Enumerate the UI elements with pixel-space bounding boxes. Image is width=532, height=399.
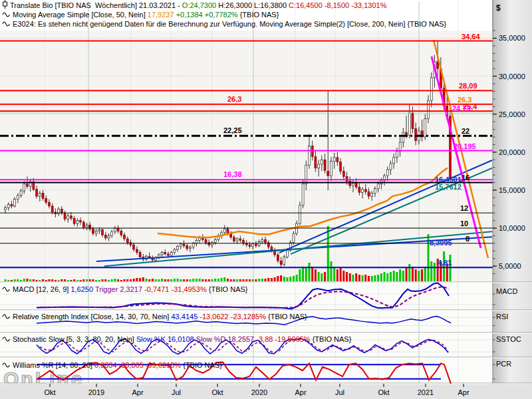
candle-body [305, 165, 307, 184]
candle-body [39, 193, 41, 196]
macd-panel-header[interactable]: MACD [12, 26, 9] 1,6250 Trigger 2,3217 -… [2, 285, 247, 294]
price-tick-label: 35,0000 [499, 34, 525, 42]
header-text: Translate Bio [TBIO NAS Wöchentlich] 21.… [10, 1, 182, 10]
volume-bar [374, 275, 376, 281]
candle-body [374, 189, 376, 194]
volume-bar [95, 280, 97, 281]
volume-bar [393, 271, 395, 281]
wave-icon [2, 285, 11, 294]
candle-body [352, 184, 354, 186]
candle-body [223, 229, 225, 233]
candle-body [358, 187, 360, 192]
volume-bar [199, 279, 201, 281]
volume-bar [7, 280, 9, 281]
candle-body [368, 192, 370, 196]
candle-body [402, 132, 404, 142]
volume-bar [311, 267, 313, 281]
sstoc-k-value: Slow %K 16,0108 [136, 334, 194, 344]
volume-bar [192, 279, 194, 281]
rsi-panel-header[interactable]: Relative Strength Index [Close, 14, 30, … [2, 312, 307, 321]
instrument-header[interactable]: Translate Bio [TBIO NAS Wöchentlich] 21.… [2, 1, 386, 10]
price-tick-label: 15,0000 [499, 186, 525, 194]
candle-body [283, 257, 285, 264]
volume-bar [324, 272, 326, 281]
price-tick-label: 5,0000 [499, 262, 521, 270]
volume-bar [277, 276, 279, 281]
time-tick-label: 2020 [251, 388, 267, 396]
volume-bar [236, 279, 238, 281]
ma200-header[interactable]: E3024: Es stehen nicht genügend Daten fü… [2, 19, 446, 29]
volume-bar [80, 280, 82, 281]
wave-icon [2, 19, 11, 29]
volume-bar [406, 268, 408, 281]
sstoc-change: -3,88 -19,5065% [254, 334, 310, 344]
time-tick-label: Apr [458, 388, 469, 396]
volume-bar [183, 279, 185, 281]
candle-body [333, 158, 335, 162]
volume-bar [5, 279, 7, 281]
candle-body [243, 240, 245, 243]
volume-bar [261, 279, 263, 281]
candle-body [208, 243, 210, 245]
price-tick-label: 10,0000 [499, 224, 525, 232]
candle-body [36, 190, 38, 196]
level-label: 20,195 [454, 142, 476, 150]
ma50-header[interactable]: Moving Average Simple [Close, 50, Nein] … [2, 10, 279, 19]
volume-bar [76, 280, 78, 281]
candle-body [192, 243, 194, 247]
pcr-panel-header[interactable]: Williams %R [14, 80, 20] 0,3834 -38,805 … [2, 360, 222, 370]
candle-body [95, 231, 97, 233]
candle-body [64, 213, 66, 219]
volume-bar [318, 272, 320, 281]
rsi-symbol: {TBIO NAS} [266, 312, 307, 321]
candle-body [108, 235, 110, 237]
close-change-values: C:16,4500 -8,1500 -33,1301% [289, 1, 386, 10]
candle-body [67, 216, 69, 219]
sstoc-axis-label: SSTOC [496, 335, 521, 343]
candle-body [428, 100, 430, 118]
candle-body [336, 158, 338, 162]
volume-bar [377, 275, 379, 281]
time-tick-label: 2021 [418, 388, 434, 396]
volume-bar [346, 272, 348, 281]
volume-bar [39, 280, 41, 281]
sstoc-panel-header[interactable]: Stochastic Slow [5, 3, 3, 80, 20, Nein] … [2, 334, 351, 344]
candle-body [170, 253, 172, 256]
wave-icon [2, 334, 11, 344]
volume-bar [146, 279, 148, 281]
candlestick-icon [2, 0, 8, 11]
time-tick-label: Okt [211, 388, 223, 396]
volume-bar [67, 280, 69, 281]
volume-bar [120, 280, 122, 281]
volume-bar [296, 275, 298, 281]
candle-body [23, 184, 25, 191]
volume-bar [217, 279, 219, 281]
candle-body [186, 245, 188, 249]
candle-body [296, 223, 298, 233]
candle-body [412, 112, 414, 128]
candle-body [299, 205, 301, 223]
candle-body [92, 229, 94, 233]
candle-body [102, 229, 104, 235]
candle-body [386, 170, 388, 176]
macd-axis-label: MACD [496, 287, 517, 295]
volume-bar [342, 271, 344, 281]
macd-value: 1,6250 [70, 285, 93, 294]
time-tick-label: Apr [132, 388, 143, 396]
volume-bar [124, 279, 126, 281]
candle-body [104, 235, 106, 238]
pcr-values: 0,3834 -38,805 -99,0218% [94, 360, 181, 370]
candle-body [390, 164, 392, 170]
volume-bar [29, 279, 31, 281]
volume-bar [48, 279, 50, 281]
volume-bar [214, 279, 216, 281]
volume-bar [11, 280, 13, 281]
volume-bar [255, 279, 257, 281]
volume-bar [86, 279, 88, 281]
candle-body [45, 198, 47, 202]
sstoc-params: Stochastic Slow [5, 3, 3, 80, 20, Nein] [13, 334, 136, 344]
volume-bar [14, 279, 16, 281]
volume-bar [164, 279, 166, 281]
volume-bar [340, 268, 342, 281]
candle-body [205, 239, 207, 243]
